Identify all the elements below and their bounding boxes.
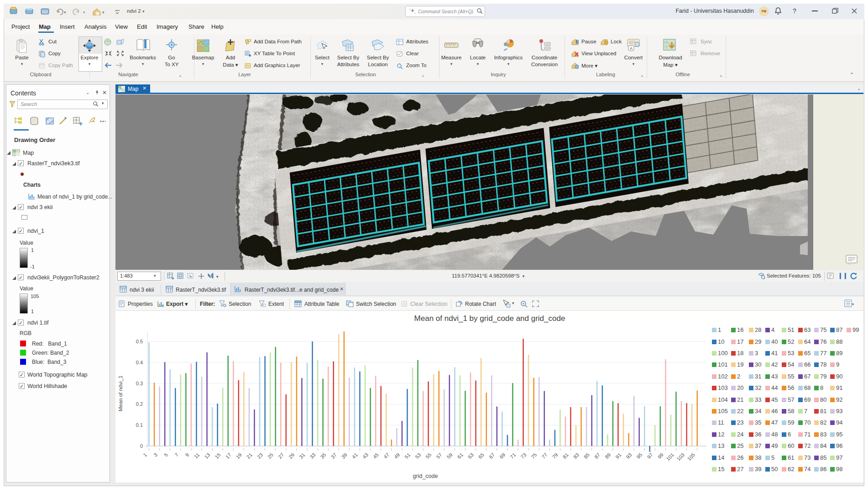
svg-text:0.3: 0.3	[136, 381, 143, 386]
svg-text:99: 99	[657, 452, 664, 460]
svg-text:63: 63	[467, 452, 475, 460]
svg-text:0.5: 0.5	[136, 339, 143, 344]
svg-text:7: 7	[173, 452, 179, 458]
svg-text:27: 27	[277, 452, 285, 460]
svg-text:35: 35	[319, 452, 327, 460]
svg-text:21: 21	[246, 452, 253, 460]
svg-text:15: 15	[214, 452, 221, 460]
svg-text:▾: ▾	[102, 10, 105, 15]
svg-text:101: 101	[665, 452, 675, 462]
svg-text:83: 83	[572, 452, 580, 460]
svg-text:17: 17	[225, 452, 232, 460]
svg-text:5: 5	[163, 452, 169, 458]
svg-text:71: 71	[509, 452, 517, 460]
svg-text:85: 85	[583, 452, 591, 460]
svg-text:69: 69	[498, 452, 506, 460]
svg-text:29: 29	[288, 452, 295, 460]
svg-text:11: 11	[193, 452, 201, 460]
svg-text:91: 91	[614, 452, 622, 460]
svg-text:67: 67	[488, 452, 496, 460]
svg-text:95: 95	[635, 452, 643, 460]
svg-text:55: 55	[424, 452, 432, 460]
svg-text:▾: ▾	[852, 302, 854, 306]
svg-text:0.4: 0.4	[136, 360, 143, 365]
svg-text:grid_code: grid_code	[413, 473, 438, 479]
svg-text:87: 87	[593, 452, 601, 460]
svg-text:13: 13	[203, 452, 211, 460]
svg-text:93: 93	[625, 452, 633, 460]
svg-text:57: 57	[435, 452, 443, 460]
svg-text:105: 105	[686, 452, 696, 462]
svg-text:25: 25	[267, 452, 274, 460]
svg-text:Mean of ndvi_1: Mean of ndvi_1	[118, 376, 123, 412]
svg-text:49: 49	[393, 452, 401, 460]
svg-text:39: 39	[340, 452, 348, 460]
svg-text:81: 81	[562, 452, 570, 460]
svg-text:89: 89	[604, 452, 612, 460]
svg-text:▾: ▾	[64, 10, 66, 15]
svg-text:9: 9	[184, 452, 190, 458]
svg-text:73: 73	[519, 452, 527, 460]
svg-text:103: 103	[676, 452, 685, 462]
svg-text:0.1: 0.1	[136, 422, 143, 428]
svg-text:37: 37	[330, 452, 338, 460]
svg-text:▾: ▾	[83, 10, 85, 15]
svg-text:3: 3	[152, 452, 158, 458]
svg-text:47: 47	[382, 452, 390, 460]
svg-text:31: 31	[298, 452, 306, 460]
svg-text:23: 23	[256, 452, 264, 460]
svg-text:1: 1	[142, 452, 148, 458]
svg-text:33: 33	[309, 452, 316, 460]
svg-text:19: 19	[235, 452, 243, 460]
svg-text:41: 41	[351, 452, 359, 460]
svg-text:59: 59	[446, 452, 454, 460]
svg-text:97: 97	[646, 452, 654, 460]
svg-text:75: 75	[530, 452, 538, 460]
svg-text:53: 53	[414, 452, 422, 460]
svg-text:79: 79	[551, 452, 559, 460]
svg-text:0: 0	[140, 443, 143, 449]
svg-text:43: 43	[361, 452, 369, 460]
svg-text:A: A	[630, 46, 633, 51]
svg-text:51: 51	[403, 452, 411, 460]
svg-text:45: 45	[372, 452, 380, 460]
svg-text:65: 65	[477, 452, 485, 460]
svg-text:77: 77	[541, 452, 549, 460]
svg-text:0.2: 0.2	[136, 401, 143, 407]
svg-text:▾: ▾	[216, 274, 219, 279]
svg-text:61: 61	[456, 452, 464, 460]
